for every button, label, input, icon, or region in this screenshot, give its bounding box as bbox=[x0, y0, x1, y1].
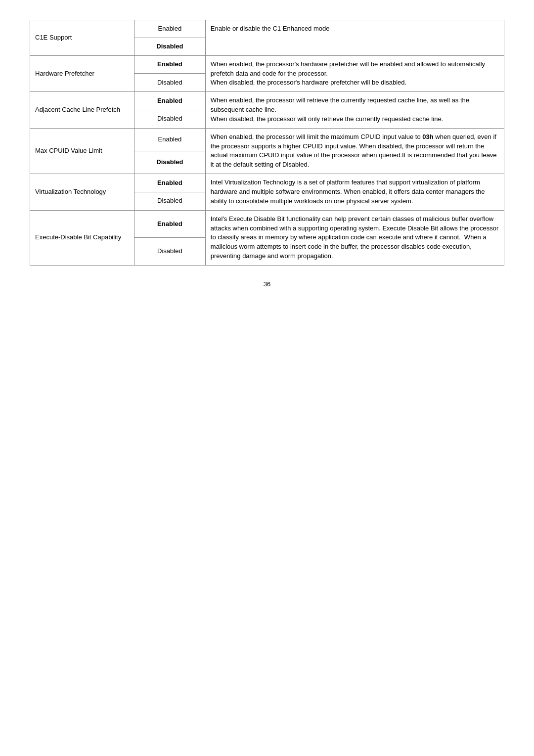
desc-c1e: Enable or disable the C1 Enhanced mode bbox=[205, 20, 504, 56]
option-disabled-execute-disable: Disabled bbox=[134, 238, 205, 266]
feature-name-hw-prefetch: Hardware Prefetcher bbox=[30, 55, 134, 92]
feature-name-execute-disable: Execute-Disable Bit Capability bbox=[30, 210, 134, 265]
option-enabled-virt: Enabled bbox=[134, 174, 205, 192]
desc-cpuid: When enabled, the processor will limit t… bbox=[205, 128, 504, 174]
desc-adj-cache: When enabled, the processor will retriev… bbox=[205, 92, 504, 129]
option-disabled-virt: Disabled bbox=[134, 192, 205, 210]
feature-name-c1e: C1E Support bbox=[30, 20, 134, 56]
table-row: C1E Support Enabled Enable or disable th… bbox=[30, 20, 504, 38]
option-enabled-c1e: Enabled bbox=[134, 20, 205, 38]
desc-virt: Intel Virtualization Technology is a set… bbox=[205, 174, 504, 211]
option-disabled-c1e: Disabled bbox=[134, 38, 205, 55]
option-enabled-adj-cache: Enabled bbox=[134, 92, 205, 110]
desc-hw-prefetch: When enabled, the processor's hardware p… bbox=[205, 55, 504, 92]
option-enabled-cpuid: Enabled bbox=[134, 128, 205, 151]
option-enabled-execute-disable: Enabled bbox=[134, 210, 205, 238]
option-disabled-hw-prefetch: Disabled bbox=[134, 74, 205, 92]
feature-name-cpuid: Max CPUID Value Limit bbox=[30, 128, 134, 174]
feature-name-adj-cache: Adjacent Cache Line Prefetch bbox=[30, 92, 134, 129]
table-row: Hardware Prefetcher Enabled When enabled… bbox=[30, 55, 504, 74]
table-row: Max CPUID Value Limit Enabled When enabl… bbox=[30, 128, 504, 151]
page-number: 36 bbox=[264, 280, 270, 288]
option-disabled-adj-cache: Disabled bbox=[134, 110, 205, 128]
table-row: Execute-Disable Bit Capability Enabled I… bbox=[30, 210, 504, 238]
option-disabled-cpuid: Disabled bbox=[134, 151, 205, 174]
bios-settings-table: C1E Support Enabled Enable or disable th… bbox=[30, 20, 504, 266]
table-row: Virtualization Technology Enabled Intel … bbox=[30, 174, 504, 192]
feature-name-virt: Virtualization Technology bbox=[30, 174, 134, 211]
option-enabled-hw-prefetch: Enabled bbox=[134, 55, 205, 74]
table-row: Adjacent Cache Line Prefetch Enabled Whe… bbox=[30, 92, 504, 110]
desc-execute-disable: Intel's Execute Disable Bit functionalit… bbox=[205, 210, 504, 265]
